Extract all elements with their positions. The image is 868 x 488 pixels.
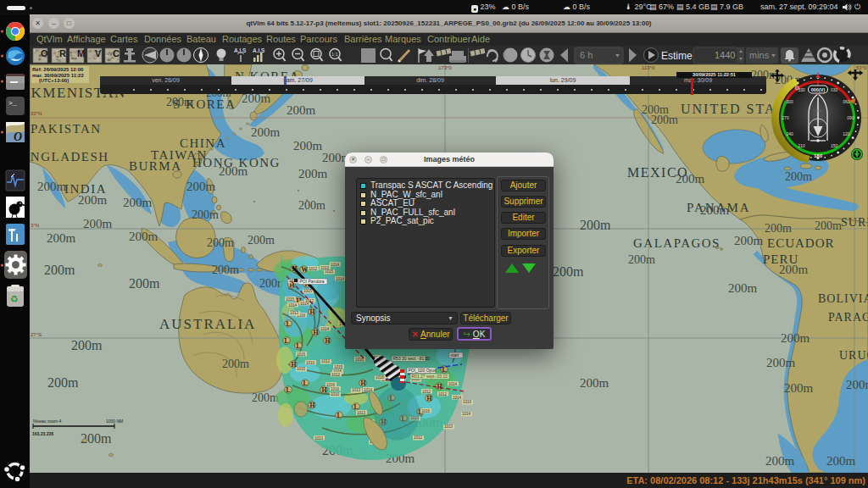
svg-text:090: 090 [847,115,854,120]
svg-text:1014: 1014 [453,396,462,400]
svg-text:1012: 1012 [414,435,423,440]
svg-text:1012: 1012 [321,359,331,363]
svg-text:200m: 200m [815,219,842,232]
svg-text:L: L [337,412,341,419]
svg-text:150: 150 [831,143,838,148]
svg-text:AUSTRALIA: AUSTRALIA [159,316,256,332]
svg-text:L: L [303,380,307,387]
svg-text:PARAGUAY: PARAGUAY [828,311,868,324]
svg-text:200m: 200m [251,125,281,139]
svg-text:200m: 200m [222,358,249,370]
svg-text:H: H [309,308,314,316]
svg-text:H: H [313,329,318,336]
svg-text:H: H [321,386,326,394]
svg-text:1:1: 1:1 [331,52,338,57]
svg-text:BANGLADESH: BANGLADESH [30,150,109,164]
svg-text:1014: 1014 [288,303,298,308]
svg-text:200m: 200m [580,376,609,390]
svg-text:1016: 1016 [331,387,340,391]
svg-text:200m: 200m [846,378,868,391]
svg-text:163.23.228: 163.23.228 [32,431,53,436]
svg-text:200m: 200m [784,381,814,395]
svg-text:R53 30 sect. -81:50: R53 30 sect. -81:50 [393,356,431,361]
svg-text:200m: 200m [192,208,219,221]
svg-text:1012: 1012 [438,392,448,396]
svg-text:1014: 1014 [320,327,330,331]
svg-text:200m: 200m [651,114,678,126]
svg-text:200m: 200m [37,180,67,193]
svg-text:1014: 1014 [448,382,458,386]
svg-text:200m: 200m [207,236,234,249]
svg-text:H: H [437,383,442,391]
svg-text:O: O [14,130,22,143]
svg-text:1015: 1015 [325,269,334,274]
svg-text:Niveau zoom 4: Niveau zoom 4 [33,419,62,424]
svg-text:PANAMA: PANAMA [687,201,751,214]
svg-text:200m: 200m [287,103,316,117]
svg-text:200m: 200m [248,234,275,247]
svg-text:1010: 1010 [331,392,340,396]
svg-text:200m: 200m [580,218,611,232]
svg-text:H: H [309,402,314,409]
svg-text:♻: ♻ [10,294,19,304]
svg-text:POI_020 Opus: POI_020 Opus [409,368,437,373]
svg-text:180: 180 [814,153,823,158]
svg-text:1013: 1013 [290,311,299,315]
svg-text:L: L [353,403,358,411]
svg-text:240: 240 [787,131,794,136]
svg-text:1015: 1015 [334,365,343,369]
svg-text:200m: 200m [781,331,810,345]
svg-text:HONG KONG: HONG KONG [192,156,281,169]
svg-text:H: H [360,380,365,387]
svg-text:200m: 200m [129,276,160,291]
svg-text:1015: 1015 [297,367,306,371]
svg-text:S KOREA: S KOREA [173,97,236,111]
svg-text:3°N: 3°N [31,223,39,228]
svg-text:mins: mins [749,50,770,60]
svg-text:1014: 1014 [462,412,471,416]
svg-text:200m: 200m [785,170,812,183]
svg-text:H: H [325,337,330,345]
svg-text:start: start [451,352,459,358]
svg-text:>_: >_ [8,99,17,107]
svg-text:M: M [77,48,85,58]
svg-text:R01 27 sept.-03:22: R01 27 sept.-03:22 [412,374,448,379]
svg-text:1014: 1014 [331,263,340,267]
svg-text:A.I.S: A.I.S [253,47,265,53]
svg-text:BOLIVIA: BOLIVIA [818,292,868,305]
svg-text:POI Pandora: POI Pandora [300,279,325,284]
svg-text:L: L [286,386,290,394]
svg-text:PERU: PERU [763,252,798,266]
svg-text:27°S: 27°S [31,332,42,337]
svg-text:200m: 200m [186,180,216,193]
svg-text:200m: 200m [123,196,153,209]
svg-text:1015: 1015 [303,289,313,293]
svg-text:200m: 200m [252,391,279,404]
svg-text:200m: 200m [44,263,75,277]
svg-text:200m: 200m [766,356,796,369]
svg-text:VLG: VLG [815,109,821,113]
svg-text:1013: 1013 [352,388,361,392]
svg-text:1014: 1014 [336,277,345,281]
svg-text:1000 NM: 1000 NM [106,419,123,424]
svg-text:200m: 200m [71,338,103,352]
svg-text:GALAPAGOS: GALAPAGOS [633,236,721,250]
svg-text:200m: 200m [553,264,584,279]
svg-text:300: 300 [787,99,794,104]
svg-text:210: 210 [798,143,806,148]
svg-text:1013: 1013 [314,436,324,441]
svg-text:O: O [41,48,48,58]
svg-text:H: H [291,361,296,369]
svg-text:1012: 1012 [331,373,341,377]
svg-text:33°N: 33°N [31,111,42,116]
svg-text:200m: 200m [293,139,323,152]
svg-text:1013: 1013 [444,424,453,429]
svg-text:V: V [95,48,102,58]
svg-text:200m: 200m [826,454,856,468]
svg-text:1012: 1012 [309,267,318,271]
svg-text:200m: 200m [628,253,655,266]
svg-text:060: 060 [843,99,850,104]
svg-text:INDIA: INDIA [64,182,107,196]
svg-text:Estime: Estime [661,50,693,62]
svg-text:1016: 1016 [376,375,385,380]
